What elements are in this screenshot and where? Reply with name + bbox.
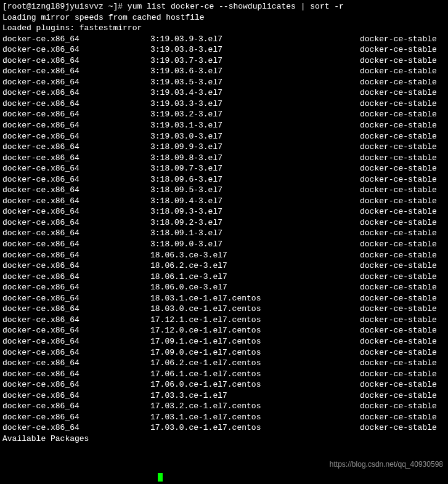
package-name: docker-ce.x86_64 (2, 120, 150, 131)
package-name: docker-ce.x86_64 (2, 390, 150, 401)
package-version: 17.06.2.ce-1.el7.centos (150, 358, 360, 369)
package-row: docker-ce.x86_6418.06.1.ce-3.el7docker-c… (2, 272, 446, 283)
package-repo: docker-ce-stable (360, 347, 437, 358)
package-row: docker-ce.x86_643:19.03.7-3.el7docker-ce… (2, 55, 446, 67)
package-version: 17.12.1.ce-1.el7.centos (150, 315, 360, 326)
package-name: docker-ce.x86_64 (2, 185, 150, 196)
package-row: docker-ce.x86_643:18.09.2-3.el7docker-ce… (2, 217, 446, 228)
package-repo: docker-ce-stable (360, 250, 437, 261)
package-name: docker-ce.x86_64 (2, 379, 150, 390)
package-name: docker-ce.x86_64 (2, 282, 150, 293)
package-version: 3:18.09.8-3.el7 (150, 153, 360, 164)
package-version: 3:18.09.7-3.el7 (150, 163, 360, 174)
package-row: docker-ce.x86_6417.03.1.ce-1.el7.centosd… (2, 412, 446, 423)
package-name: docker-ce.x86_64 (2, 347, 150, 358)
package-row: docker-ce.x86_643:19.03.2-3.el7docker-ce… (2, 109, 446, 120)
package-version: 17.03.0.ce-1.el7.centos (150, 422, 360, 434)
package-row: docker-ce.x86_643:18.09.7-3.el7docker-ce… (2, 163, 446, 174)
package-row: docker-ce.x86_6417.03.0.ce-1.el7.centosd… (2, 422, 446, 434)
package-name: docker-ce.x86_64 (2, 250, 150, 261)
package-repo: docker-ce-stable (360, 336, 437, 347)
package-version: 3:18.09.3-3.el7 (150, 206, 360, 217)
package-version: 18.03.1.ce-1.el7.centos (150, 293, 360, 304)
package-repo: docker-ce-stable (360, 99, 437, 110)
package-version: 3:19.03.9-3.el7 (150, 34, 360, 45)
package-version: 3:18.09.5-3.el7 (150, 185, 360, 196)
package-name: docker-ce.x86_64 (2, 293, 150, 304)
package-row: docker-ce.x86_6417.03.2.ce-1.el7.centosd… (2, 401, 446, 412)
package-version: 17.03.2.ce-1.el7.centos (150, 401, 360, 412)
package-version: 3:19.03.1-3.el7 (150, 120, 360, 131)
package-row: docker-ce.x86_643:18.09.0-3.el7docker-ce… (2, 239, 446, 250)
package-version: 3:19.03.6-3.el7 (150, 66, 360, 77)
package-version: 17.03.3.ce-1.el7 (150, 390, 360, 401)
package-version: 3:18.09.6-3.el7 (150, 174, 360, 185)
package-row: docker-ce.x86_643:19.03.8-3.el7docker-ce… (2, 44, 446, 55)
package-repo: docker-ce-stable (360, 228, 437, 239)
package-version: 18.06.2.ce-3.el7 (150, 260, 360, 272)
package-version: 3:18.09.1-3.el7 (150, 228, 360, 239)
package-repo: docker-ce-stable (360, 131, 437, 142)
package-row: docker-ce.x86_6417.06.2.ce-1.el7.centosd… (2, 358, 446, 369)
package-row: docker-ce.x86_643:19.03.6-3.el7docker-ce… (2, 66, 446, 77)
package-name: docker-ce.x86_64 (2, 34, 150, 45)
package-list: docker-ce.x86_643:19.03.9-3.el7docker-ce… (2, 34, 446, 434)
package-row: docker-ce.x86_643:18.09.8-3.el7docker-ce… (2, 153, 446, 164)
package-name: docker-ce.x86_64 (2, 131, 150, 142)
package-repo: docker-ce-stable (360, 174, 437, 185)
package-name: docker-ce.x86_64 (2, 412, 150, 423)
package-version: 3:18.09.0-3.el7 (150, 239, 360, 250)
package-repo: docker-ce-stable (360, 206, 437, 217)
package-repo: docker-ce-stable (360, 282, 437, 293)
package-repo: docker-ce-stable (360, 390, 437, 401)
package-name: docker-ce.x86_64 (2, 99, 150, 110)
package-row: docker-ce.x86_6417.12.1.ce-1.el7.centosd… (2, 315, 446, 326)
package-name: docker-ce.x86_64 (2, 304, 150, 315)
watermark-text: https://blog.csdn.net/qq_40930598 (330, 459, 443, 469)
package-repo: docker-ce-stable (360, 401, 437, 412)
package-repo: docker-ce-stable (360, 325, 437, 336)
package-name: docker-ce.x86_64 (2, 401, 150, 412)
package-version: 3:19.03.7-3.el7 (150, 55, 360, 67)
package-version: 3:19.03.5-3.el7 (150, 77, 360, 88)
package-repo: docker-ce-stable (360, 369, 437, 380)
package-row: docker-ce.x86_643:18.09.4-3.el7docker-ce… (2, 196, 446, 207)
package-repo: docker-ce-stable (360, 260, 437, 272)
package-repo: docker-ce-stable (360, 239, 437, 250)
package-name: docker-ce.x86_64 (2, 272, 150, 283)
package-row: docker-ce.x86_643:19.03.1-3.el7docker-ce… (2, 120, 446, 131)
package-repo: docker-ce-stable (360, 185, 437, 196)
package-repo: docker-ce-stable (360, 217, 437, 228)
package-repo: docker-ce-stable (360, 304, 437, 315)
package-repo: docker-ce-stable (360, 34, 437, 45)
package-repo: docker-ce-stable (360, 272, 437, 283)
package-name: docker-ce.x86_64 (2, 142, 150, 153)
package-version: 3:19.03.8-3.el7 (150, 44, 360, 55)
package-row: docker-ce.x86_643:18.09.5-3.el7docker-ce… (2, 185, 446, 196)
package-version: 18.06.3.ce-3.el7 (150, 250, 360, 261)
package-repo: docker-ce-stable (360, 109, 437, 120)
package-version: 3:19.03.3-3.el7 (150, 99, 360, 110)
package-version: 3:19.03.4-3.el7 (150, 87, 360, 99)
package-repo: docker-ce-stable (360, 358, 437, 369)
package-version: 17.06.1.ce-1.el7.centos (150, 369, 360, 380)
package-row: docker-ce.x86_6417.12.0.ce-1.el7.centosd… (2, 325, 446, 336)
terminal-output[interactable]: [root@izngl89jyuisvvz ~]# yum list docke… (2, 1, 446, 444)
package-version: 3:18.09.4-3.el7 (150, 196, 360, 207)
package-row: docker-ce.x86_643:19.03.0-3.el7docker-ce… (2, 131, 446, 142)
package-name: docker-ce.x86_64 (2, 260, 150, 272)
package-row: docker-ce.x86_6418.06.3.ce-3.el7docker-c… (2, 250, 446, 261)
package-version: 18.06.1.ce-3.el7 (150, 272, 360, 283)
package-version: 17.06.0.ce-1.el7.centos (150, 379, 360, 390)
package-version: 3:19.03.0-3.el7 (150, 131, 360, 142)
package-name: docker-ce.x86_64 (2, 77, 150, 88)
package-name: docker-ce.x86_64 (2, 422, 150, 434)
package-name: docker-ce.x86_64 (2, 196, 150, 207)
package-repo: docker-ce-stable (360, 315, 437, 326)
package-name: docker-ce.x86_64 (2, 153, 150, 164)
loading-line: Loading mirror speeds from cached hostfi… (2, 12, 446, 23)
package-repo: docker-ce-stable (360, 163, 437, 174)
package-repo: docker-ce-stable (360, 422, 437, 434)
package-row: docker-ce.x86_6417.09.1.ce-1.el7.centosd… (2, 336, 446, 347)
package-repo: docker-ce-stable (360, 412, 437, 423)
